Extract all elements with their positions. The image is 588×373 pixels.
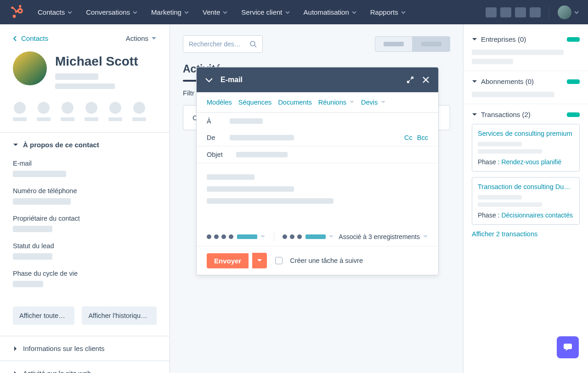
top-icon-2[interactable] bbox=[500, 7, 511, 17]
associated-records[interactable]: Associé à 3 enregistrements bbox=[339, 233, 428, 240]
chevron-down-icon bbox=[285, 10, 290, 15]
quick-action[interactable] bbox=[13, 102, 27, 121]
tab-meetings[interactable]: Réunions bbox=[318, 99, 355, 106]
view-toggle-b[interactable] bbox=[413, 36, 450, 52]
add-pill[interactable] bbox=[567, 37, 580, 42]
subject-label: Objet bbox=[207, 151, 225, 158]
placeholder-line bbox=[472, 92, 554, 97]
top-icon-1[interactable] bbox=[486, 7, 497, 17]
caret-down-icon bbox=[151, 36, 157, 41]
top-icon-4[interactable] bbox=[530, 7, 541, 17]
field-stage-value[interactable] bbox=[13, 281, 43, 287]
cc-link[interactable]: Cc bbox=[404, 134, 413, 141]
chat-icon bbox=[562, 342, 573, 352]
from-input[interactable] bbox=[230, 135, 294, 140]
actions-dropdown[interactable]: Actions bbox=[126, 34, 157, 42]
field-lead-value[interactable] bbox=[13, 253, 52, 260]
about-section-header[interactable]: À propos de ce contact bbox=[0, 133, 170, 157]
nav-conversations[interactable]: Conversations bbox=[86, 8, 137, 16]
deal-card[interactable]: Services de consulting premium Phase : R… bbox=[472, 124, 580, 172]
format-group[interactable] bbox=[207, 234, 233, 239]
avatar bbox=[558, 6, 571, 19]
nav-marketing[interactable]: Marketing bbox=[151, 8, 189, 16]
chevron-down-icon[interactable] bbox=[205, 77, 213, 83]
svg-rect-5 bbox=[20, 6, 21, 10]
back-contacts[interactable]: Contacts bbox=[13, 34, 48, 42]
nav-sales[interactable]: Vente bbox=[203, 8, 227, 16]
search-input[interactable]: Rechercher des… bbox=[183, 35, 263, 53]
field-phone-value[interactable] bbox=[13, 198, 71, 205]
nav-reports[interactable]: Rapports bbox=[370, 8, 406, 16]
companies-section[interactable]: Entreprises (0) bbox=[472, 35, 580, 43]
tab-sequences[interactable]: Séquences bbox=[238, 99, 272, 106]
tab-templates[interactable]: Modèles bbox=[207, 99, 232, 106]
add-pill[interactable] bbox=[567, 79, 580, 84]
insert-dropdown[interactable] bbox=[305, 234, 334, 239]
email-body[interactable] bbox=[197, 163, 438, 228]
subscriptions-section[interactable]: Abonnements (0) bbox=[472, 78, 580, 85]
compose-header[interactable]: E-mail bbox=[197, 67, 438, 92]
deal-phase-value[interactable]: Rendez-vous planifié bbox=[501, 158, 561, 166]
field-email-label: E-mail bbox=[13, 160, 157, 167]
field-email-value[interactable] bbox=[13, 171, 66, 177]
chevron-down-icon bbox=[68, 10, 72, 15]
quick-action[interactable] bbox=[132, 102, 146, 121]
bcc-link[interactable]: Bcc bbox=[417, 134, 428, 141]
close-icon[interactable] bbox=[422, 76, 430, 84]
caret-down-icon bbox=[13, 143, 18, 147]
chat-fab[interactable] bbox=[557, 336, 579, 358]
placeholder-line bbox=[472, 59, 513, 64]
quick-action[interactable] bbox=[108, 102, 122, 121]
add-pill[interactable] bbox=[567, 112, 580, 117]
chevron-down-icon bbox=[352, 10, 356, 15]
quick-action[interactable] bbox=[37, 102, 51, 121]
show-history-button[interactable]: Afficher l'historique de l… bbox=[82, 306, 157, 325]
format-dropdown[interactable] bbox=[237, 234, 266, 239]
user-menu[interactable] bbox=[558, 6, 579, 19]
hubspot-logo[interactable] bbox=[9, 5, 25, 20]
field-owner-label: Propriétaire du contact bbox=[13, 215, 157, 222]
send-button[interactable]: Envoyer bbox=[207, 253, 249, 268]
tab-quotes[interactable]: Devis bbox=[361, 99, 386, 106]
top-icon-3[interactable] bbox=[515, 7, 526, 17]
deal-title[interactable]: Services de consulting premium bbox=[478, 130, 574, 137]
compose-email-panel: E-mail Modèles Séquences Documents Réuni… bbox=[196, 67, 439, 275]
from-field-row: De Cc Bcc bbox=[197, 129, 438, 146]
chevron-down-icon bbox=[574, 10, 579, 15]
website-activity-section[interactable]: Activité sur le site web bbox=[0, 361, 170, 373]
show-deals-link[interactable]: Afficher 2 transactions bbox=[472, 230, 537, 238]
contact-header: Michael Scott bbox=[0, 46, 170, 96]
quick-action[interactable] bbox=[85, 102, 98, 121]
nav-contacts[interactable]: Contacts bbox=[38, 8, 72, 16]
svg-rect-7 bbox=[12, 7, 17, 12]
expand-icon[interactable] bbox=[406, 76, 414, 84]
clients-info-section[interactable]: Informations sur les clients bbox=[0, 336, 170, 361]
deals-section[interactable]: Transactions (2) bbox=[472, 111, 580, 118]
nav-automation[interactable]: Automatisation bbox=[304, 8, 356, 16]
svg-point-0 bbox=[13, 15, 16, 18]
show-all-properties-button[interactable]: Afficher toutes les… bbox=[13, 306, 74, 325]
insert-group[interactable] bbox=[283, 234, 302, 239]
placeholder-line bbox=[478, 149, 542, 154]
deal-phase-value[interactable]: Décisionnaires contactés bbox=[501, 212, 573, 219]
deal-title[interactable]: Transaction de consulting Dunder… bbox=[478, 183, 574, 190]
nav-service[interactable]: Service client bbox=[241, 8, 289, 16]
field-owner-value[interactable] bbox=[13, 226, 52, 232]
compose-tabs: Modèles Séquences Documents Réunions Dev… bbox=[197, 92, 438, 113]
create-task-checkbox[interactable] bbox=[275, 257, 283, 264]
caret-down-icon bbox=[260, 234, 266, 239]
subject-input[interactable] bbox=[236, 152, 288, 157]
quick-action[interactable] bbox=[61, 102, 74, 121]
caret-down-icon bbox=[328, 234, 334, 239]
caret-down-icon bbox=[423, 234, 428, 239]
tab-documents[interactable]: Documents bbox=[278, 99, 311, 106]
send-more-button[interactable] bbox=[252, 253, 267, 268]
view-toggle-a[interactable] bbox=[375, 36, 413, 52]
svg-point-8 bbox=[250, 41, 255, 46]
compose-title: E-mail bbox=[220, 76, 399, 84]
deal-card[interactable]: Transaction de consulting Dunder… Phase … bbox=[472, 177, 580, 225]
chevron-right-icon bbox=[13, 371, 17, 373]
placeholder-line bbox=[472, 50, 564, 55]
to-input[interactable] bbox=[230, 118, 263, 124]
contact-avatar[interactable] bbox=[13, 51, 47, 85]
